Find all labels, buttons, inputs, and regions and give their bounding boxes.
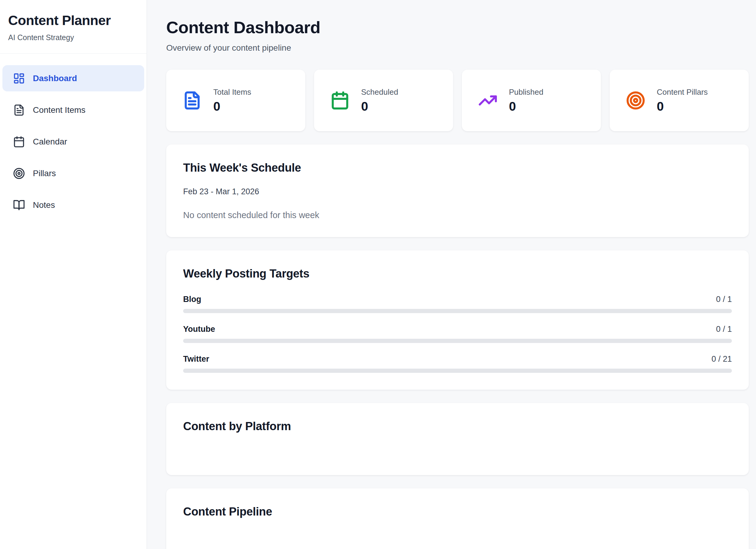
target-row-youtube: Youtube 0 / 1	[183, 325, 732, 343]
week-schedule-title: This Week's Schedule	[183, 161, 732, 174]
sidebar-item-notes[interactable]: Notes	[2, 192, 144, 218]
stat-card-content-pillars: Content Pillars 0	[610, 70, 749, 131]
stat-label: Scheduled	[361, 87, 398, 97]
stat-value: 0	[657, 99, 708, 114]
target-count: 0 / 1	[716, 325, 732, 334]
week-empty-message: No content scheduled for this week	[183, 210, 732, 220]
stat-card-published: Published 0	[462, 70, 601, 131]
sidebar-item-label: Pillars	[33, 169, 56, 178]
sidebar-header: Content Planner AI Content Strategy	[0, 0, 147, 54]
content-by-platform-empty	[183, 433, 732, 458]
app-subtitle: AI Content Strategy	[8, 33, 138, 42]
layout-dashboard-icon	[13, 72, 25, 84]
target-platform-label: Twitter	[183, 354, 209, 364]
sidebar-item-label: Content Items	[33, 105, 85, 115]
calendar-icon	[13, 136, 25, 148]
sidebar-item-calendar[interactable]: Calendar	[2, 129, 144, 155]
target-platform-label: Youtube	[183, 325, 215, 334]
sidebar-item-content-items[interactable]: Content Items	[2, 97, 144, 123]
sidebar-item-dashboard[interactable]: Dashboard	[2, 65, 144, 91]
progress-bar	[183, 339, 732, 343]
stat-value: 0	[361, 99, 398, 114]
file-text-icon	[13, 104, 25, 116]
week-date-range: Feb 23 - Mar 1, 2026	[183, 187, 732, 196]
sidebar-item-label: Dashboard	[33, 74, 77, 83]
sidebar-item-label: Calendar	[33, 137, 67, 147]
sidebar-item-label: Notes	[33, 200, 55, 210]
target-icon	[13, 167, 25, 179]
calendar-icon	[330, 91, 350, 110]
targets-list: Blog 0 / 1 Youtube 0 / 1 Twitter 0 /	[183, 295, 732, 373]
sidebar: Content Planner AI Content Strategy Dash…	[0, 0, 147, 549]
stat-card-total-items: Total Items 0	[166, 70, 305, 131]
page-subtitle: Overview of your content pipeline	[166, 43, 749, 53]
stat-card-scheduled: Scheduled 0	[314, 70, 453, 131]
stat-label: Content Pillars	[657, 87, 708, 97]
content-pipeline-empty	[183, 518, 732, 544]
posting-targets-title: Weekly Posting Targets	[183, 267, 732, 280]
app-window: Content Planner AI Content Strategy Dash…	[0, 0, 756, 549]
app-title: Content Planner	[8, 13, 138, 28]
week-schedule-card: This Week's Schedule Feb 23 - Mar 1, 202…	[166, 144, 749, 237]
target-row-twitter: Twitter 0 / 21	[183, 354, 732, 373]
sidebar-item-pillars[interactable]: Pillars	[2, 160, 144, 186]
content-pipeline-title: Content Pipeline	[183, 505, 732, 518]
target-count: 0 / 21	[711, 354, 732, 364]
content-pipeline-card: Content Pipeline	[166, 488, 749, 549]
content-by-platform-title: Content by Platform	[183, 420, 732, 433]
main-content: Content Dashboard Overview of your conte…	[147, 0, 756, 549]
progress-bar	[183, 309, 732, 313]
book-open-icon	[13, 199, 25, 211]
target-icon	[626, 91, 645, 110]
posting-targets-card: Weekly Posting Targets Blog 0 / 1 Youtub…	[166, 250, 749, 390]
stat-value: 0	[509, 99, 543, 114]
stats-row: Total Items 0 Scheduled 0 Published	[166, 70, 749, 131]
trending-up-icon	[478, 91, 497, 110]
progress-bar	[183, 369, 732, 373]
page-title: Content Dashboard	[166, 17, 749, 37]
target-platform-label: Blog	[183, 295, 201, 304]
stat-label: Published	[509, 87, 543, 97]
target-row-blog: Blog 0 / 1	[183, 295, 732, 313]
sidebar-nav: Dashboard Content Items Calendar Pillars…	[0, 54, 147, 230]
stat-value: 0	[213, 99, 251, 114]
file-text-icon	[183, 91, 202, 110]
target-count: 0 / 1	[716, 295, 732, 304]
content-by-platform-card: Content by Platform	[166, 403, 749, 475]
stat-label: Total Items	[213, 87, 251, 97]
